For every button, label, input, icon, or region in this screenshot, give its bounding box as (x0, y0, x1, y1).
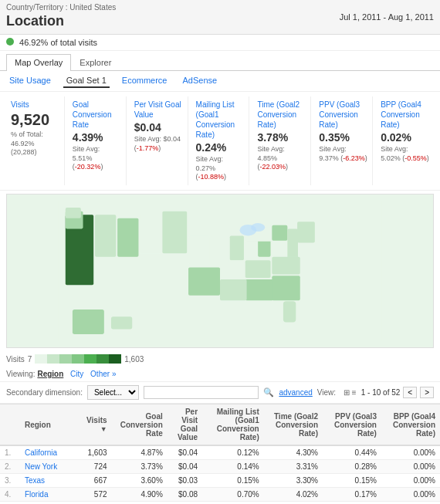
visits-icon (6, 38, 14, 46)
metric-negative-1: -20.32% (75, 163, 101, 171)
metric-negative-2: -1.77% (137, 144, 159, 152)
metric-item-0: Visits9,520% of Total: 46.92%(20,288) (6, 96, 65, 185)
metric-item-1: Goal Conversion Rate4.39%Site Avg: 5.51%… (68, 96, 127, 185)
search-input[interactable] (144, 386, 259, 399)
svg-rect-9 (188, 268, 220, 296)
cell-ml: 0.15% (202, 474, 264, 488)
svg-rect-22 (272, 257, 300, 275)
cell-ppv: 0.44% (323, 445, 381, 460)
cell-region: Texas (20, 474, 81, 488)
cell-visits: 572 (81, 488, 112, 502)
map-container (6, 194, 434, 348)
us-map (13, 201, 427, 341)
col-header-gcr[interactable]: Goal Conversion Rate (112, 404, 168, 446)
viewing-row: Viewing: Region City Other » (0, 367, 440, 382)
metric-value-1: 4.39% (73, 131, 121, 144)
metric-sub-3: Site Avg: 0.27% (-10.88%) (196, 155, 245, 182)
cell-ml: 0.51% (202, 502, 264, 504)
svg-rect-18 (220, 279, 247, 300)
viewing-city-link[interactable]: City (70, 370, 83, 378)
prev-page-button[interactable]: < (403, 387, 417, 398)
viewing-other-link[interactable]: Other » (90, 370, 116, 378)
sub-tab-goal-set-1[interactable]: Goal Set 1 (63, 74, 110, 88)
svg-rect-3 (66, 208, 81, 218)
cell-gcr: 4.90% (112, 488, 168, 502)
metric-value-2: $0.04 (134, 121, 183, 134)
cell-bpp: 0.25% (381, 502, 440, 504)
legend-min: 7 (28, 355, 32, 364)
metric-label-3: Mailing List (Goal1 Conversion Rate) (196, 100, 245, 140)
secondary-dimension-select[interactable]: Select... (87, 385, 139, 400)
region-link[interactable]: Texas (25, 476, 45, 485)
cell-time: 9.67% (264, 502, 323, 504)
svg-rect-6 (140, 215, 161, 253)
sub-tab-ecommerce[interactable]: Ecommerce (119, 74, 171, 88)
row-num: 3. (0, 474, 20, 488)
map-legend: Visits 7 1,603 (0, 351, 440, 367)
legend-max: 1,603 (124, 355, 144, 364)
cell-ml: 0.14% (202, 460, 264, 474)
metric-value-6: 0.02% (381, 131, 429, 144)
col-header-visits[interactable]: Visits ▼ (81, 404, 112, 446)
cell-gcr: 3.60% (112, 474, 168, 488)
visits-summary: 46.92% of total visits (0, 35, 440, 51)
row-num: 1. (0, 445, 20, 460)
cell-pvgv: $0.03 (168, 474, 202, 488)
col-header-region[interactable]: Region (20, 404, 81, 446)
svg-rect-5 (117, 218, 138, 257)
cell-ml: 0.12% (202, 445, 264, 460)
table-row: 1. California 1,603 4.87% $0.04 0.12% 4.… (0, 445, 440, 460)
col-header-pvgv[interactable]: Per Visit Goal Value (168, 404, 202, 446)
cell-visits: 724 (81, 460, 112, 474)
tab-map-overlay[interactable]: Map Overlay (6, 54, 71, 71)
svg-rect-11 (230, 236, 244, 261)
svg-rect-12 (230, 260, 244, 281)
metric-label-5: PPV (Goal3 Conversion Rate) (319, 100, 367, 130)
col-header-bpp[interactable]: BPP (Goal4 Conversion Rate) (381, 404, 440, 446)
cell-pvgv: $0.08 (168, 488, 202, 502)
cell-pvgv: $0.04 (168, 445, 202, 460)
row-num: 4. (0, 488, 20, 502)
col-header-ml[interactable]: Mailing List (Goal1 Conversion Rate) (202, 404, 264, 446)
tab-explorer[interactable]: Explorer (71, 54, 120, 70)
svg-point-29 (251, 223, 265, 232)
viewing-region-link[interactable]: Region (37, 370, 63, 378)
metric-item-2: Per Visit Goal Value$0.04Site Avg: $0.04… (130, 96, 188, 185)
sub-tab-site-usage[interactable]: Site Usage (6, 74, 54, 88)
advanced-link[interactable]: advanced (279, 388, 312, 397)
sub-tabs: Site Usage Goal Set 1 Ecommerce AdSense (0, 71, 440, 92)
cell-pvgv: $0.04 (168, 460, 202, 474)
table-row: 3. Texas 667 3.60% $0.03 0.15% 3.30% 0.1… (0, 474, 440, 488)
metric-value-3: 0.24% (196, 141, 245, 154)
svg-rect-10 (211, 236, 228, 264)
sub-tab-adsense[interactable]: AdSense (179, 74, 220, 88)
metric-item-4: Time (Goal2 Conversion Rate)3.78%Site Av… (252, 96, 311, 185)
region-link[interactable]: Florida (25, 490, 49, 499)
table-header-row: Region Visits ▼ Goal Conversion Rate Per… (0, 404, 440, 446)
region-link[interactable]: New York (25, 462, 57, 471)
svg-rect-7 (162, 211, 187, 254)
metric-item-5: PPV (Goal3 Conversion Rate)0.35%Site Avg… (314, 96, 373, 185)
metric-item-3: Mailing List (Goal1 Conversion Rate)0.24… (191, 96, 250, 185)
next-page-button[interactable]: > (420, 387, 434, 398)
cell-visits: 1,603 (81, 445, 112, 460)
col-header-ppv[interactable]: PPV (Goal3 Conversion Rate) (323, 404, 381, 446)
cell-bpp: 0.00% (381, 488, 440, 502)
breadcrumb: Country/Territory : United States (6, 3, 434, 12)
viewing-label: Viewing: (6, 370, 37, 378)
svg-rect-24 (283, 301, 296, 322)
cell-visits: 393 (81, 502, 112, 504)
col-header-time[interactable]: Time (Goal2 Conversion Rate) (264, 404, 323, 446)
metric-sub-1: Site Avg: 5.51% (-20.32%) (73, 145, 121, 172)
svg-rect-21 (287, 228, 298, 260)
metric-sub-4: Site Avg: 4.85% (-22.03%) (257, 145, 306, 172)
svg-rect-17 (245, 279, 273, 300)
region-link[interactable]: California (25, 448, 57, 457)
cell-gcr: 4.87% (112, 445, 168, 460)
table-row: 4. Florida 572 4.90% $0.08 0.70% 4.02% 0… (0, 488, 440, 502)
pagination-range: 1 - 10 of 52 (361, 388, 401, 397)
date-range: Jul 1, 2011 - Aug 1, 2011 (340, 12, 434, 22)
svg-rect-27 (111, 316, 132, 329)
filter-row: Secondary dimension: Select... 🔍 advance… (0, 382, 440, 404)
secondary-dimension-label: Secondary dimension: (6, 388, 83, 397)
